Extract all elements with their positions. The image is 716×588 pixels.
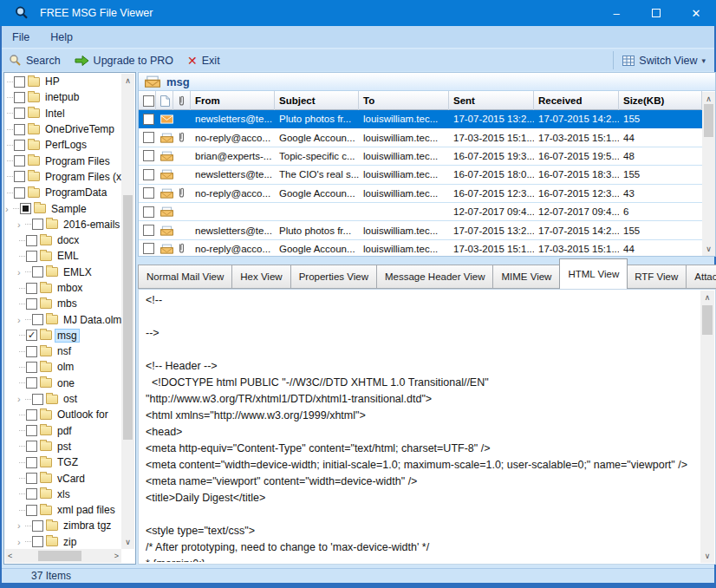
column-header-sizekb[interactable]: Size(KB) xyxy=(619,91,702,110)
tree-item-xml-pad-files[interactable]: xml pad files xyxy=(5,502,121,518)
tree-checkbox-pst[interactable] xyxy=(26,441,37,452)
search-button[interactable]: Search xyxy=(2,49,68,71)
tree-item-one[interactable]: one xyxy=(5,376,121,391)
select-all-checkbox-cell[interactable] xyxy=(139,91,156,110)
expander-icon[interactable]: › xyxy=(5,205,13,213)
expander-icon[interactable]: › xyxy=(17,316,25,324)
mail-row-1[interactable]: newsletters@te...Pluto photos fr...louis… xyxy=(139,110,702,128)
tree-item-programdata[interactable]: ProgramData xyxy=(5,185,121,200)
scroll-right-icon[interactable]: > xyxy=(114,552,119,560)
tree-item-program-files[interactable]: Program Files xyxy=(5,153,121,168)
tree-item-xls[interactable]: xls xyxy=(5,487,121,502)
row-checkbox-cell[interactable] xyxy=(139,225,156,236)
tree-checkbox-nsf[interactable] xyxy=(26,346,37,357)
content-scrollbar-thumb[interactable] xyxy=(702,305,713,335)
column-header-subject[interactable]: Subject xyxy=(275,91,359,110)
tree-item-inetpub[interactable]: inetpub xyxy=(5,89,121,105)
row-checkbox[interactable] xyxy=(143,206,154,218)
tab-html-view[interactable]: HTML View xyxy=(559,258,628,289)
tree-item-sample[interactable]: ›Sample xyxy=(5,200,121,216)
expander-icon[interactable]: › xyxy=(17,220,25,229)
exit-button[interactable]: ✕ Exit xyxy=(180,49,227,71)
select-all-checkbox[interactable] xyxy=(143,95,154,107)
tree-checkbox-intel[interactable] xyxy=(14,108,25,119)
row-checkbox-cell[interactable] xyxy=(139,187,156,199)
tree-item-docx[interactable]: docx xyxy=(5,232,121,248)
tree-checkbox-program-files-x[interactable] xyxy=(14,171,25,182)
menu-file[interactable]: File xyxy=(2,28,40,47)
tree-checkbox-one[interactable] xyxy=(26,377,37,389)
tree-item-onedrivetemp[interactable]: OneDriveTemp xyxy=(5,121,121,137)
content-vertical-scrollbar[interactable]: ∧ ∨ xyxy=(700,291,714,563)
expander-icon[interactable]: › xyxy=(17,268,25,277)
tab-hex-view[interactable]: Hex View xyxy=(232,265,290,289)
tree-checkbox-zimbra-tgz[interactable] xyxy=(32,520,43,532)
column-header-to[interactable]: To xyxy=(359,91,449,110)
tree-checkbox-olm[interactable] xyxy=(26,362,37,373)
mail-row-2[interactable]: no-reply@acco...Google Accoun...louiswil… xyxy=(139,128,702,147)
row-checkbox-cell[interactable] xyxy=(139,169,156,180)
tree-checkbox-outlook-for[interactable] xyxy=(26,409,37,421)
tab-properties-view[interactable]: Properties View xyxy=(291,265,377,289)
tree-item-pst[interactable]: pst xyxy=(5,439,121,454)
tree-vertical-scrollbar[interactable]: ∧ ∨ xyxy=(121,74,134,549)
tree-checkbox-docx[interactable] xyxy=(26,235,37,246)
row-checkbox[interactable] xyxy=(143,150,154,161)
row-checkbox-cell[interactable] xyxy=(139,114,156,125)
column-header-from[interactable]: From xyxy=(191,91,275,110)
scroll-down-icon[interactable]: ∨ xyxy=(121,538,134,546)
tree-checkbox-vcard[interactable] xyxy=(26,473,37,484)
tree-checkbox-onedrivetemp[interactable] xyxy=(14,124,25,135)
row-checkbox-cell[interactable] xyxy=(139,150,156,161)
tree-item-emlx[interactable]: ›EMLX xyxy=(5,265,121,280)
tree-checkbox-zip[interactable] xyxy=(32,536,43,547)
tree-horizontal-scrollbar[interactable]: < > xyxy=(5,549,121,563)
tab-attachments[interactable]: Attachments xyxy=(687,265,716,289)
row-checkbox[interactable] xyxy=(143,114,154,125)
tree-item-hp[interactable]: HP xyxy=(5,74,121,89)
close-button[interactable]: ✕ xyxy=(676,0,716,26)
tree-checkbox-pdf[interactable] xyxy=(26,425,37,436)
tree-checkbox-xls[interactable] xyxy=(26,488,37,500)
tree-checkbox-xml-pad-files[interactable] xyxy=(26,505,37,516)
mail-scrollbar-thumb[interactable] xyxy=(704,104,713,137)
row-checkbox[interactable] xyxy=(143,132,154,143)
tree-item-2016-emails[interactable]: ›2016-emails xyxy=(5,217,121,232)
tree-item-zip[interactable]: ›zip xyxy=(5,534,121,549)
tree-item-intel[interactable]: Intel xyxy=(5,106,121,121)
tree-item-olm[interactable]: olm xyxy=(5,359,121,375)
tree-item-outlook-for[interactable]: Outlook for xyxy=(5,407,121,422)
scroll-left-icon[interactable]: < xyxy=(8,552,12,560)
mail-row-5[interactable]: no-reply@acco...Google Accoun...louiswil… xyxy=(139,185,702,203)
tree-checkbox-programdata[interactable] xyxy=(14,187,25,199)
tree-checkbox-mbox[interactable] xyxy=(26,283,37,294)
expander-icon[interactable]: › xyxy=(17,395,25,403)
tree-checkbox-tgz[interactable] xyxy=(26,457,37,468)
column-header-received[interactable]: Received xyxy=(534,91,619,110)
tree-item-eml[interactable]: EML xyxy=(5,248,121,264)
mail-row-4[interactable]: newsletters@te...The CIO's real s...loui… xyxy=(139,166,702,184)
tab-rtf-view[interactable]: RTF View xyxy=(627,265,687,289)
minimize-button[interactable]: – xyxy=(596,0,636,26)
tree-checkbox-mj-data-olm[interactable] xyxy=(32,314,43,325)
scroll-down-icon[interactable]: ∨ xyxy=(702,245,715,253)
tree-item-mj-data-olm[interactable]: ›MJ Data.olm xyxy=(5,311,121,327)
mail-row-6[interactable]: 12-07-2017 09:4...12-07-2017 09:4...6 xyxy=(139,203,702,221)
menu-help[interactable]: Help xyxy=(40,28,83,47)
row-checkbox[interactable] xyxy=(143,225,154,236)
tree-checkbox-program-files[interactable] xyxy=(14,155,25,167)
maximize-button[interactable] xyxy=(636,0,676,26)
tab-message-header-view[interactable]: Message Header View xyxy=(377,265,494,289)
row-checkbox[interactable] xyxy=(143,187,154,199)
row-checkbox[interactable] xyxy=(143,169,154,180)
scroll-up-icon[interactable]: ∧ xyxy=(121,76,134,85)
mail-row-8[interactable]: no-reply@acco...Google Accoun...louiswil… xyxy=(139,240,702,256)
tree-item-program-files-x[interactable]: Program Files (x xyxy=(5,169,121,185)
tree-checkbox-hp[interactable] xyxy=(14,76,25,88)
tree-checkbox-mbs[interactable] xyxy=(26,298,37,310)
tree-item-nsf[interactable]: nsf xyxy=(5,343,121,359)
tree-checkbox-ost[interactable] xyxy=(32,394,43,405)
tree-item-vcard[interactable]: vCard xyxy=(5,470,121,486)
tree-checkbox-msg[interactable]: ✓ xyxy=(26,330,37,341)
tree-checkbox-emlx[interactable] xyxy=(32,266,43,278)
